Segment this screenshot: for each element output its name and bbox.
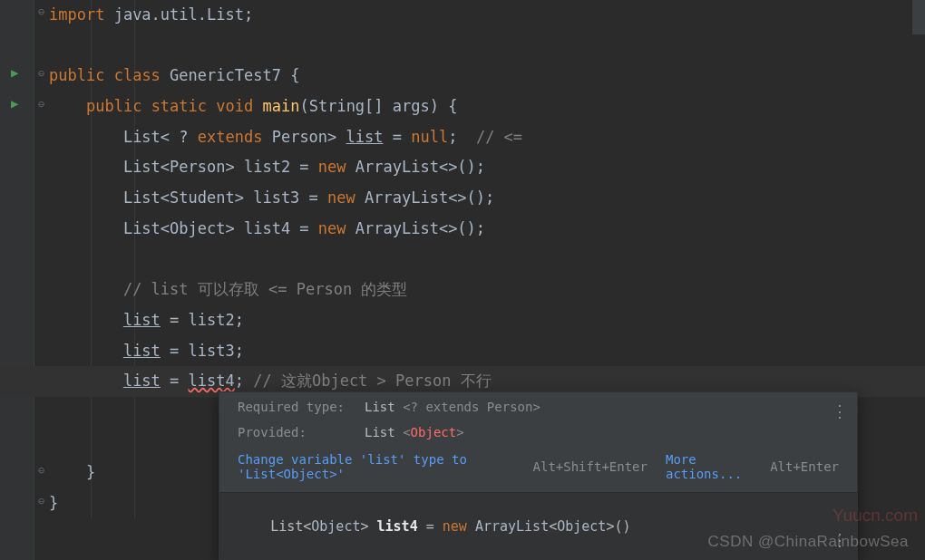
code-text: ArrayList<>(); bbox=[355, 188, 495, 207]
keyword: void bbox=[216, 97, 253, 115]
fold-marker-icon[interactable]: ⊖ bbox=[38, 98, 44, 111]
shortcut-hint: Alt+Shift+Enter bbox=[533, 459, 648, 474]
angle: > bbox=[456, 425, 463, 439]
required-label: Required type: bbox=[238, 400, 365, 414]
keyword: new bbox=[443, 518, 467, 535]
keyword: public bbox=[86, 97, 141, 115]
required-generic: <? extends Person> bbox=[403, 400, 540, 414]
variable: list bbox=[123, 372, 161, 390]
code-text: ; bbox=[448, 128, 476, 146]
code-text: = bbox=[384, 128, 412, 146]
brace: } bbox=[86, 463, 95, 481]
class-name: ArrayList bbox=[475, 518, 549, 535]
keyword: null bbox=[411, 128, 448, 146]
provided-type-row: Provided: List <Object> bbox=[219, 418, 857, 443]
code-line[interactable]: public static void main(String[] args) { bbox=[49, 92, 925, 122]
code-line[interactable]: List<Object> list4 = new ArrayList<>(); bbox=[49, 214, 925, 245]
fold-marker-icon[interactable]: ⊖ bbox=[38, 495, 44, 507]
run-main-icon[interactable]: ▶ bbox=[11, 96, 18, 111]
provided-label: Provided: bbox=[238, 425, 365, 439]
code-text: List<Student> list3 = bbox=[123, 188, 327, 207]
code-line[interactable]: // list 可以存取 <= Person 的类型 bbox=[49, 275, 925, 305]
watermark: CSDN @ChinaRainbowSea bbox=[708, 533, 909, 551]
run-class-icon[interactable]: ▶ bbox=[11, 65, 18, 80]
quick-fix-actions: Change variable 'list' type to 'List<Obj… bbox=[219, 443, 857, 492]
code-line[interactable]: List<Person> list2 = new ArrayList<>(); bbox=[49, 152, 925, 183]
keyword: class bbox=[114, 66, 161, 84]
code-text: List< ? bbox=[123, 128, 198, 146]
type: Object bbox=[557, 518, 606, 535]
quick-fix-link[interactable]: Change variable 'list' type to 'List<Obj… bbox=[238, 452, 524, 481]
method-name: main bbox=[263, 97, 300, 115]
comment: // 这就Object > Person 不行 bbox=[253, 372, 491, 390]
keyword: import bbox=[49, 5, 104, 24]
more-actions-link[interactable]: More actions... bbox=[666, 452, 761, 481]
angle: < bbox=[403, 425, 410, 439]
fold-gutter: ⊖ ⊖ ⊖ ⊖ ⊖ bbox=[34, 0, 48, 560]
code-text: java.util.List; bbox=[104, 5, 253, 24]
gutter: ▶ ▶ bbox=[0, 0, 34, 560]
fold-marker-icon[interactable]: ⊖ bbox=[38, 67, 44, 80]
comment: // <= bbox=[476, 128, 522, 146]
type: Object bbox=[311, 518, 360, 535]
comment: // list 可以存取 <= Person 的类型 bbox=[123, 280, 407, 298]
brace: { bbox=[290, 66, 299, 84]
shortcut-hint: Alt+Enter bbox=[770, 459, 839, 474]
code-text: > bbox=[360, 518, 376, 535]
required-value: List bbox=[365, 400, 403, 414]
class-name: GenericTest7 bbox=[161, 66, 290, 84]
code-text: List<Person> list2 = bbox=[123, 158, 318, 176]
variable: list bbox=[123, 311, 161, 329]
variable: list4 bbox=[377, 518, 418, 535]
keyword: new bbox=[318, 158, 346, 176]
provided-value: List bbox=[365, 425, 403, 439]
more-options-icon[interactable]: ⋮ bbox=[832, 401, 848, 420]
code-line[interactable]: import java.util.List; bbox=[49, 0, 925, 31]
fold-marker-icon[interactable]: ⊖ bbox=[38, 5, 44, 18]
code-line[interactable]: list = list3; bbox=[49, 336, 925, 367]
error-token: list4 bbox=[189, 372, 235, 390]
code-text: ArrayList<>(); bbox=[346, 158, 486, 176]
keyword: new bbox=[327, 188, 355, 207]
code-text: < bbox=[549, 518, 557, 535]
variable: list bbox=[123, 342, 161, 360]
keyword: public bbox=[49, 66, 104, 84]
code-text: >() bbox=[606, 518, 630, 535]
code-text: List<Object> list4 = bbox=[123, 219, 318, 237]
watermark: Yuucn.com bbox=[832, 506, 918, 526]
required-type-row: Required type: List <? extends Person> bbox=[219, 392, 857, 418]
code-text: = bbox=[161, 372, 189, 390]
code-line[interactable]: public class GenericTest7 { bbox=[49, 61, 925, 92]
code-text: = bbox=[418, 518, 443, 535]
keyword: new bbox=[318, 219, 346, 237]
code-line[interactable]: list = list2; bbox=[49, 305, 925, 336]
code-line[interactable] bbox=[49, 245, 925, 275]
fold-marker-icon[interactable]: ⊖ bbox=[38, 464, 44, 477]
code-text: List< bbox=[270, 518, 311, 535]
code-line[interactable] bbox=[49, 31, 925, 62]
variable: list bbox=[346, 128, 384, 146]
params: (String[] args) { bbox=[299, 97, 457, 115]
code-text bbox=[467, 518, 475, 535]
keyword: extends bbox=[198, 128, 263, 146]
code-text: Person> bbox=[262, 128, 346, 146]
code-line[interactable]: List<Student> list3 = new ArrayList<>(); bbox=[49, 183, 925, 214]
code-text: = list3; bbox=[161, 342, 244, 360]
code-text: ; bbox=[235, 372, 253, 390]
brace: } bbox=[49, 494, 58, 512]
provided-error-type: Object bbox=[411, 425, 457, 439]
keyword: static bbox=[151, 97, 207, 115]
code-text: = list2; bbox=[161, 311, 244, 329]
code-text: ArrayList<>(); bbox=[346, 219, 486, 237]
code-line[interactable]: List< ? extends Person> list = null; // … bbox=[49, 122, 925, 153]
